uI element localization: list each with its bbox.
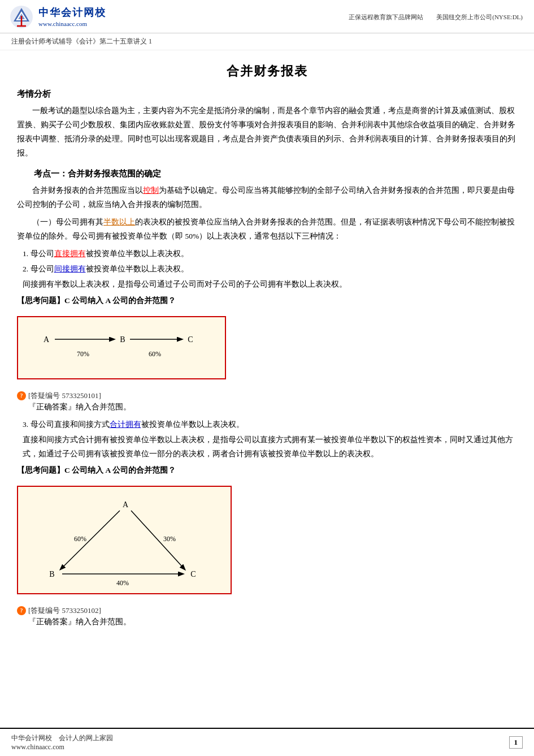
diagram-1-svg: A B C 70% 60% <box>29 325 205 370</box>
answer-1-label: [答疑编号 5733250101] <box>28 391 101 401</box>
control-link[interactable]: 控制 <box>143 186 159 195</box>
d2-pct-bc: 40% <box>116 579 129 585</box>
footer: 中华会计网校 会计人的网上家园 www.chinaacc.com 1 <box>0 728 534 756</box>
answer-icon-1: ? <box>17 391 26 400</box>
diagram-2: A B C 60% 30% 40% <box>17 486 232 594</box>
d2-node-c: C <box>190 570 196 578</box>
footer-tagline: 会计人的网上家园 <box>59 734 113 742</box>
list-item-1: 1. 母公司直接拥有被投资单位半数以上表决权。 <box>23 247 517 261</box>
breadcrumb: 注册会计师考试辅导《会计》第二十五章讲义 1 <box>0 33 534 50</box>
indirect-own-link[interactable]: 间接拥有 <box>54 265 86 273</box>
section2-heading: 考点一：合并财务报表范围的确定 <box>17 169 517 179</box>
node-c-label: C <box>188 335 193 344</box>
correct-answer-1: 『正确答案』纳入合并范围。 <box>28 402 517 412</box>
logo-text-block: 中华会计网校 www.chinaacc.com <box>38 6 106 28</box>
d2-arrow-ab <box>60 511 120 569</box>
stock-info: 美国纽交所上市公司(NYSE:DL) <box>436 14 523 20</box>
footer-url: www.chinaacc.com <box>11 743 64 751</box>
think-question-1: 【思考问题】C 公司纳入 A 公司的合并范围？ <box>17 294 517 308</box>
footer-page-num: 1 <box>509 736 523 749</box>
think-question-2: 【思考问题】C 公司纳入 A 公司的合并范围？ <box>17 464 517 478</box>
combined-desc: 直接和间接方式合计拥有被投资单位半数以上表决权，是指母公司以直接方式拥有某一被投… <box>23 433 517 461</box>
node-b-label: B <box>120 335 125 344</box>
d2-arrow-ac <box>131 511 185 569</box>
logo-area: 中华会计网校 www.chinaacc.com <box>9 5 106 29</box>
logo-url: www.chinaacc.com <box>38 20 106 28</box>
footer-company: 中华会计网校 <box>11 734 52 742</box>
sub1-intro: （一）母公司拥有其半数以上的表决权的被投资单位应当纳入合并财务报表的合并范围。但… <box>17 215 517 244</box>
section1-para: 一般考试的题型以综合题为主，主要内容为不完全是抵消分录的编制，而是各个章节内容的… <box>17 104 517 161</box>
page-wrapper: 中华会计网校 www.chinaacc.com 正保远程教育旗下品牌网站 美国纽… <box>0 0 534 756</box>
page-title: 合并财务报表 <box>17 63 517 80</box>
list-item-3: 3. 母公司直接和间接方式合计拥有被投资单位半数以上表决权。 <box>23 418 517 432</box>
diagram-1: A B C 70% 60% <box>17 316 226 379</box>
header-right: 正保远程教育旗下品牌网站 美国纽交所上市公司(NYSE:DL) <box>337 13 523 21</box>
combined-own-link[interactable]: 合计拥有 <box>110 420 141 429</box>
tagline: 正保远程教育旗下品牌网站 <box>349 14 423 20</box>
list-item-2: 2. 母公司间接拥有被投资单位半数以上表决权。 <box>23 262 517 277</box>
pct-ab: 70% <box>77 350 89 358</box>
main-content: 合并财务报表 考情分析 一般考试的题型以综合题为主，主要内容为不完全是抵消分录的… <box>0 50 534 728</box>
logo-title: 中华会计网校 <box>38 6 106 19</box>
indirect-desc: 间接拥有半数以上表决权，是指母公司通过子公司而对子公司的子公司拥有半数以上表决权… <box>23 278 517 292</box>
diagram-2-svg: A B C 60% 30% 40% <box>29 495 222 585</box>
footer-left: 中华会计网校 会计人的网上家园 www.chinaacc.com <box>11 733 113 751</box>
answer-2-line: ? [答疑编号 5733250102] <box>17 606 517 616</box>
header: 中华会计网校 www.chinaacc.com 正保远程教育旗下品牌网站 美国纽… <box>0 0 534 33</box>
correct-answer-2: 『正确答案』纳入合并范围。 <box>28 617 517 627</box>
pct-bc: 60% <box>149 350 161 358</box>
d2-pct-ab: 60% <box>74 535 86 543</box>
answer-2-label: [答疑编号 5733250102] <box>28 606 101 616</box>
section2-intro: 合并财务报表的合并范围应当以控制为基础予以确定。母公司应当将其能够控制的全部子公… <box>17 184 517 212</box>
d2-node-b: B <box>49 570 54 578</box>
node-a-label: A <box>44 335 50 344</box>
half-above-link[interactable]: 半数以上 <box>103 218 135 226</box>
direct-own-link[interactable]: 直接拥有 <box>54 249 86 258</box>
answer-icon-2: ? <box>17 606 26 615</box>
logo-icon <box>9 5 34 29</box>
d2-node-a: A <box>123 500 129 509</box>
section1-heading: 考情分析 <box>17 89 517 100</box>
d2-pct-ac: 30% <box>163 535 176 543</box>
answer-1-line: ? [答疑编号 5733250101] <box>17 391 517 401</box>
